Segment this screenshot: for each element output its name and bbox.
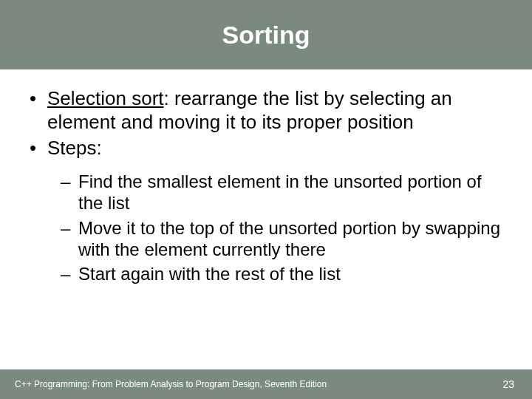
footer-band: C++ Programming: From Problem Analysis t… [0, 369, 532, 399]
bullet-steps: Steps: Find the smallest element in the … [27, 137, 505, 284]
main-bullets: Selection sort: rearrange the list by se… [27, 87, 505, 284]
slide-body: Selection sort: rearrange the list by se… [0, 69, 532, 284]
term-selection-sort: Selection sort [47, 87, 164, 109]
slide-title: Sorting [222, 21, 310, 50]
step-item: Start again with the rest of the list [61, 263, 505, 284]
title-band: Sorting [0, 0, 532, 69]
bullet-selection-sort: Selection sort: rearrange the list by se… [27, 87, 505, 134]
bullet-steps-text: Steps: [47, 137, 102, 159]
step-item: Find the smallest element in the unsorte… [61, 171, 505, 214]
steps-list: Find the smallest element in the unsorte… [47, 171, 505, 284]
page-number: 23 [502, 378, 514, 390]
footer-text: C++ Programming: From Problem Analysis t… [15, 379, 327, 389]
step-item: Move it to the top of the unsorted porti… [61, 217, 505, 261]
slide: Sorting Selection sort: rearrange the li… [0, 0, 532, 399]
